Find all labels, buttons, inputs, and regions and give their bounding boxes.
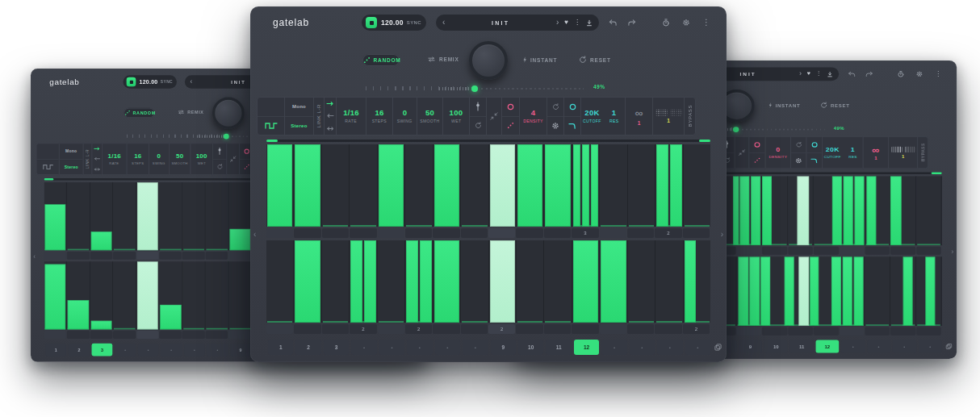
density-tools-cell[interactable] — [748, 136, 765, 169]
division-cell-9[interactable] — [228, 252, 251, 260]
gate-bar[interactable] — [545, 144, 570, 227]
stereo-option[interactable]: Stereo — [285, 116, 313, 136]
wave-square-option[interactable] — [258, 116, 284, 136]
division-cell-9[interactable] — [737, 247, 762, 255]
redo-icon[interactable] — [865, 71, 873, 77]
step-cell-4[interactable] — [350, 240, 377, 323]
pattern-next-icon[interactable]: › — [951, 248, 953, 255]
division-cell-8[interactable] — [461, 228, 488, 238]
infinity-cell[interactable]: ∞1 — [625, 97, 653, 136]
wave-shape-cell[interactable] — [36, 143, 60, 175]
gate-bar[interactable] — [749, 256, 760, 326]
pattern-slot-12[interactable]: 12 — [815, 340, 839, 353]
pattern-slot-16[interactable]: • — [919, 340, 942, 353]
gate-bar[interactable] — [810, 256, 819, 326]
division-cell-4[interactable]: 2 — [350, 324, 376, 334]
preset-next-icon[interactable]: › — [556, 19, 559, 27]
step-cell-8[interactable] — [206, 182, 229, 250]
division-cell-8[interactable] — [461, 324, 488, 334]
gate-bar[interactable] — [137, 261, 158, 329]
gate-bar[interactable] — [591, 144, 598, 227]
step-cell-8[interactable] — [461, 144, 488, 227]
division-cell-15[interactable] — [655, 324, 681, 334]
step-cell-7[interactable] — [433, 240, 461, 323]
division-cell-14[interactable] — [865, 247, 890, 255]
gate-bar[interactable] — [854, 256, 864, 326]
division-cell-13[interactable] — [600, 324, 626, 334]
fader-tool[interactable] — [213, 144, 227, 159]
pattern-slot-1[interactable]: 1 — [268, 340, 293, 355]
gate-bar[interactable] — [490, 144, 515, 227]
division-cell-3[interactable] — [322, 228, 349, 238]
pattern-slot-9[interactable]: 9 — [491, 340, 516, 355]
preset-menu-kebab-icon[interactable]: ⋮ — [574, 19, 580, 26]
favorite-heart-icon[interactable]: ♥ — [564, 19, 568, 26]
reset-button[interactable]: RESET — [576, 56, 611, 64]
division-cell-1[interactable] — [266, 228, 293, 238]
step-cell-5[interactable] — [378, 240, 405, 323]
division-cell-16[interactable]: 2 — [683, 324, 710, 334]
step-cell-11[interactable] — [544, 144, 572, 227]
gate-bar[interactable] — [295, 144, 320, 227]
collapse-cell[interactable] — [735, 136, 749, 169]
copy-icon[interactable] — [945, 344, 952, 350]
pattern-slot-15[interactable]: • — [657, 340, 682, 355]
gate-bar[interactable] — [866, 176, 876, 245]
step-cell-16[interactable] — [684, 240, 710, 323]
step-shift-cell[interactable] — [92, 143, 103, 175]
division-cell-6[interactable]: 2 — [405, 324, 432, 334]
division-cell-3[interactable] — [90, 252, 113, 260]
shift-left-button[interactable] — [92, 154, 102, 165]
gate-bar[interactable] — [855, 176, 865, 245]
division-cell-13[interactable] — [600, 228, 626, 238]
filter-gear-tool[interactable] — [791, 152, 806, 169]
density-circle-tool[interactable] — [749, 137, 764, 152]
gate-bar[interactable] — [91, 320, 112, 329]
division-cell-6[interactable] — [159, 331, 182, 339]
channel-mode-cell[interactable]: MonoStereo — [284, 97, 314, 136]
division-cell-12[interactable] — [572, 324, 598, 334]
shift-left-button[interactable] — [325, 110, 336, 122]
wet-cell[interactable]: 100WET — [191, 143, 213, 175]
step-cell-2[interactable] — [67, 261, 90, 329]
division-cell-4[interactable] — [113, 331, 136, 339]
pattern-slot-4[interactable]: • — [115, 344, 136, 357]
filter-curve-icon[interactable] — [806, 152, 821, 169]
density-circle-tool[interactable] — [502, 98, 519, 116]
pattern-slot-2[interactable]: 2 — [69, 344, 90, 357]
link-lr-cell[interactable]: LINK L-R — [313, 97, 325, 136]
filter-circle-tool[interactable] — [806, 137, 821, 152]
division-cell-5[interactable] — [136, 252, 159, 260]
slider-handle[interactable] — [733, 127, 739, 132]
gate-bar[interactable] — [831, 256, 841, 326]
pattern-next-icon[interactable]: › — [721, 231, 723, 239]
stop-button[interactable] — [127, 77, 136, 87]
pattern-slot-5[interactable]: • — [138, 344, 159, 357]
pattern-slot-7[interactable]: • — [184, 344, 205, 357]
gate-bar[interactable] — [379, 144, 404, 227]
division-cell-13[interactable] — [840, 247, 865, 255]
undo-icon[interactable] — [609, 19, 618, 27]
step-cell-6[interactable] — [405, 144, 433, 227]
division-cell-1[interactable] — [266, 324, 293, 334]
gate-bar[interactable] — [656, 144, 668, 227]
gate-bar[interactable] — [582, 144, 589, 227]
pattern-slot-16[interactable]: • — [685, 340, 710, 355]
density-scatter-tool[interactable] — [502, 116, 519, 136]
division-cell-15[interactable] — [890, 247, 915, 255]
gate-bar[interactable] — [843, 256, 852, 326]
step-cell-5[interactable] — [378, 144, 405, 227]
division-cell-5[interactable] — [378, 324, 404, 334]
density-tools-cell[interactable] — [501, 97, 520, 136]
pattern-slot-6[interactable]: • — [407, 340, 432, 355]
step-cell-12[interactable] — [572, 144, 600, 227]
gate-bar[interactable] — [295, 240, 320, 323]
division-cell-5[interactable] — [378, 228, 404, 238]
remix-button[interactable]: REMIX — [424, 56, 459, 63]
slider-handle[interactable] — [471, 85, 478, 92]
gate-bar[interactable] — [434, 144, 459, 227]
step-cell-2[interactable] — [294, 240, 321, 323]
pattern-slot-3[interactable]: 3 — [324, 340, 349, 355]
mono-option[interactable]: Mono — [285, 98, 313, 116]
division-cell-11[interactable] — [788, 327, 813, 336]
